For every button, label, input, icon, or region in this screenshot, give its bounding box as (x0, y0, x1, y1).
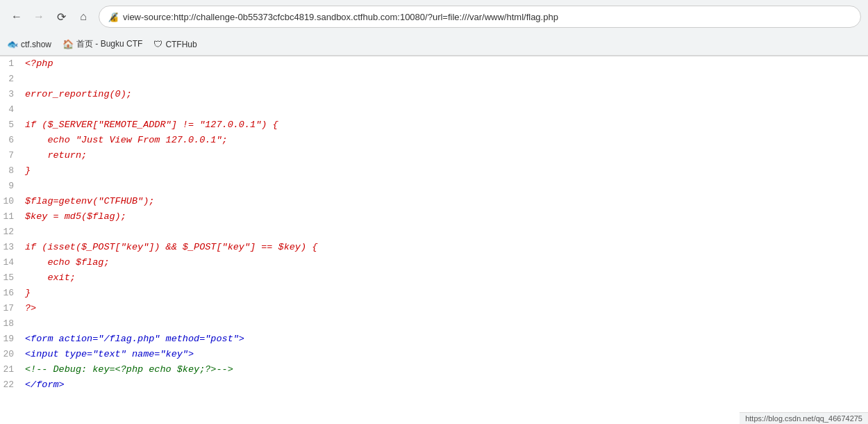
line-number: 1 (0, 56, 25, 72)
line-content: </form> (25, 377, 868, 393)
line-content: return; (25, 148, 868, 163)
line-number: 6 (0, 133, 25, 148)
bookmark-label-bugku: 首页 - Bugku CTF (76, 38, 142, 50)
line-number: 5 (0, 117, 25, 133)
line-content: exit; (25, 270, 868, 286)
line-number: 11 (0, 209, 25, 225)
line-number: 18 (0, 316, 25, 332)
browser-toolbar: ← → ⟳ ⌂ 🔏 view-source:http://challenge-0… (0, 0, 868, 33)
status-bar: https://blog.csdn.net/qq_46674275 (740, 412, 868, 424)
source-line: 21<!-- Debug: key=<?php echo $key;?>--> (0, 362, 868, 377)
line-content: if ($_SERVER["REMOTE_ADDR"] != "127.0.0.… (25, 117, 868, 133)
bookmark-item-bugku[interactable]: 🏠首页 - Bugku CTF (62, 38, 142, 50)
line-number: 19 (0, 332, 25, 347)
bookmark-label-ctfhub: CTFHub (165, 40, 197, 49)
source-line: 3error_reporting(0); (0, 87, 868, 102)
browser-chrome: ← → ⟳ ⌂ 🔏 view-source:http://challenge-0… (0, 0, 868, 56)
line-content: echo "Just View From 127.0.0.1"; (25, 133, 868, 148)
source-line: 18 (0, 316, 868, 332)
source-line: 1<?php (0, 56, 868, 72)
source-line: 22</form> (0, 377, 868, 393)
source-line: 20<input type="text" name="key"> (0, 347, 868, 362)
line-number: 17 (0, 301, 25, 316)
source-line: 8} (0, 163, 868, 179)
source-viewer: 1<?php23error_reporting(0);45if ($_SERVE… (0, 56, 868, 424)
bookmark-icon-ctfshow: 🐟 (7, 39, 18, 49)
line-content: error_reporting(0); (25, 87, 868, 102)
address-bar-text: view-source:http://challenge-0b55373cfcb… (123, 12, 558, 22)
line-number: 7 (0, 148, 25, 163)
source-line: 16} (0, 286, 868, 301)
line-content: $flag=getenv("CTFHUB"); (25, 194, 868, 209)
line-number: 15 (0, 270, 25, 286)
address-bar-icon: 🔏 (108, 12, 119, 22)
line-number: 12 (0, 225, 25, 240)
bookmark-item-ctfshow[interactable]: 🐟ctf.show (7, 39, 51, 49)
line-content: <?php (25, 56, 868, 72)
source-line: 2 (0, 72, 868, 87)
line-number: 3 (0, 87, 25, 102)
source-line: 14 echo $flag; (0, 255, 868, 270)
source-line: 4 (0, 102, 868, 117)
bookmark-item-ctfhub[interactable]: 🛡CTFHub (153, 39, 197, 49)
source-line: 17?> (0, 301, 868, 316)
line-content: <form action="/flag.php" method="post"> (25, 332, 868, 347)
back-button[interactable]: ← (7, 7, 26, 26)
source-line: 19<form action="/flag.php" method="post"… (0, 332, 868, 347)
source-line: 15 exit; (0, 270, 868, 286)
line-content: } (25, 163, 868, 179)
home-button[interactable]: ⌂ (74, 7, 93, 26)
line-number: 2 (0, 72, 25, 87)
line-number: 4 (0, 102, 25, 117)
forward-button[interactable]: → (29, 7, 49, 26)
line-number: 10 (0, 194, 25, 209)
source-line: 6 echo "Just View From 127.0.0.1"; (0, 133, 868, 148)
line-content: <input type="text" name="key"> (25, 347, 868, 362)
line-number: 20 (0, 347, 25, 362)
reload-button[interactable]: ⟳ (51, 7, 71, 26)
line-number: 22 (0, 377, 25, 393)
source-line: 12 (0, 225, 868, 240)
line-number: 9 (0, 179, 25, 194)
bookmark-label-ctfshow: ctf.show (21, 40, 51, 49)
source-line: 13if (isset($_POST["key"]) && $_POST["ke… (0, 240, 868, 255)
source-line: 9 (0, 179, 868, 194)
source-line: 7 return; (0, 148, 868, 163)
nav-buttons: ← → ⟳ ⌂ (7, 7, 93, 26)
line-content: ?> (25, 301, 868, 316)
source-line: 5if ($_SERVER["REMOTE_ADDR"] != "127.0.0… (0, 117, 868, 133)
line-content: if (isset($_POST["key"]) && $_POST["key"… (25, 240, 868, 255)
bookmark-icon-bugku: 🏠 (62, 39, 74, 49)
line-number: 16 (0, 286, 25, 301)
line-number: 13 (0, 240, 25, 255)
line-number: 14 (0, 255, 25, 270)
line-content: $key = md5($flag); (25, 209, 868, 225)
source-line: 10$flag=getenv("CTFHUB"); (0, 194, 868, 209)
address-bar-container[interactable]: 🔏 view-source:http://challenge-0b55373cf… (99, 6, 861, 28)
line-content: } (25, 286, 868, 301)
line-content: echo $flag; (25, 255, 868, 270)
line-number: 8 (0, 163, 25, 179)
source-line: 11$key = md5($flag); (0, 209, 868, 225)
line-number: 21 (0, 362, 25, 377)
line-content: <!-- Debug: key=<?php echo $key;?>--> (25, 362, 868, 377)
bookmarks-bar: 🐟ctf.show🏠首页 - Bugku CTF🛡CTFHub (0, 33, 868, 56)
status-bar-url: https://blog.csdn.net/qq_46674275 (745, 414, 862, 423)
bookmark-icon-ctfhub: 🛡 (153, 39, 162, 49)
